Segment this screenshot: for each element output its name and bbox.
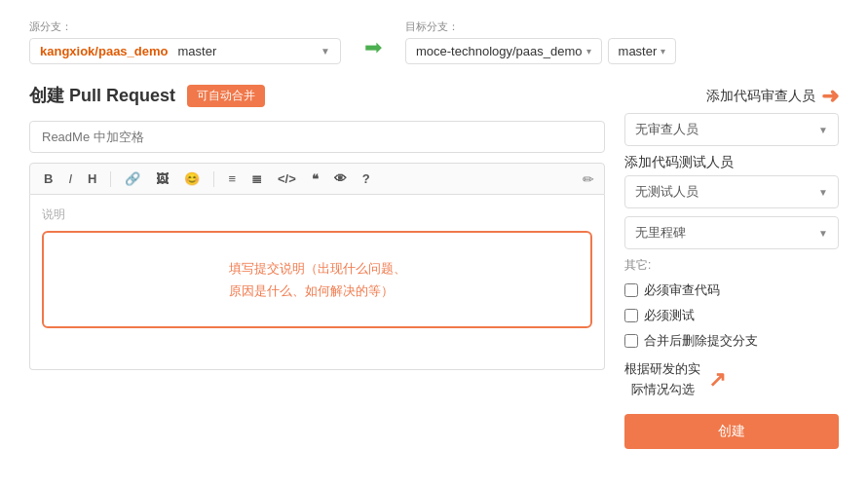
italic-button[interactable]: I	[64, 169, 76, 188]
annotation-reviewer-row: 添加代码审查人员 ➜	[624, 84, 839, 109]
desc-label: 说明	[42, 206, 592, 223]
source-branch-name: master	[178, 44, 217, 58]
checkbox-must-test-label: 必须测试	[644, 307, 695, 324]
milestone-dropdown-arrow: ▼	[818, 228, 828, 239]
checkbox-row-3: 合并后删除提交分支	[624, 332, 839, 350]
toolbar-sep2	[213, 171, 214, 187]
toolbar-sep1	[110, 171, 111, 187]
list-ul-button[interactable]: ≡	[224, 169, 240, 188]
reviewer-dropdown[interactable]: 无审查人员 ▼	[624, 113, 839, 146]
target-branch-label: 目标分支：	[405, 19, 676, 34]
checkbox-row-2: 必须测试	[624, 307, 839, 324]
bottom-annotation-arrow: ↗	[708, 367, 726, 393]
target-repo-arrow: ▾	[586, 46, 591, 56]
desc-hint-text: 填写提交说明（出现什么问题、原因是什么、如何解决的等）	[229, 257, 406, 303]
bold-button[interactable]: B	[40, 169, 57, 188]
source-branch-arrow: ▼	[321, 46, 330, 56]
checkbox-review-code[interactable]	[624, 283, 638, 297]
checkbox-delete-branch-label: 合并后删除提交分支	[644, 332, 758, 350]
page-title: 创建 Pull Request	[29, 84, 175, 107]
annotation-tester-row: 添加代码测试人员	[624, 154, 839, 171]
quote-button[interactable]: ❝	[308, 169, 322, 188]
editor-toolbar: B I H 🔗 🖼 😊 ≡ ≣ </> ❝ 👁 ? ✏	[29, 163, 605, 195]
pr-title-input[interactable]	[29, 121, 605, 153]
others-section: 其它: 必须审查代码 必须测试 合并后删除提交分支	[624, 257, 839, 350]
target-branch-name: master	[619, 44, 658, 58]
heading-button[interactable]: H	[84, 169, 100, 188]
checkbox-must-test[interactable]	[624, 309, 638, 322]
target-branch-arrow: ▾	[660, 46, 665, 56]
target-branch-selector[interactable]: master ▾	[608, 38, 677, 64]
target-repo-selector[interactable]: moce-technology/paas_demo ▾	[405, 38, 602, 64]
description-area[interactable]: 说明 填写提交说明（出现什么问题、原因是什么、如何解决的等）	[29, 195, 605, 370]
help-button[interactable]: ?	[359, 169, 374, 188]
create-button[interactable]: 创建	[624, 414, 839, 449]
reviewer-label: 无审查人员	[635, 121, 698, 138]
tester-dropdown[interactable]: 无测试人员 ▼	[624, 175, 839, 208]
checkbox-row-1: 必须审查代码	[624, 281, 839, 299]
source-branch-selector[interactable]: kangxiok/paas_demo master ▼	[29, 38, 341, 64]
tester-label: 无测试人员	[635, 183, 698, 201]
source-repo-name: kangxiok/paas_demo	[40, 44, 169, 58]
target-repo-name: moce-technology/paas_demo	[416, 44, 583, 58]
tester-dropdown-arrow: ▼	[818, 187, 828, 198]
list-ol-button[interactable]: ≣	[247, 169, 266, 188]
milestone-label: 无里程碑	[635, 224, 686, 242]
emoji-button[interactable]: 😊	[180, 169, 204, 188]
checkbox-review-code-label: 必须审查代码	[644, 281, 720, 299]
annotation-tester-text: 添加代码测试人员	[624, 154, 734, 171]
bottom-annotation-text: 根据研发的实际情况勾选	[624, 359, 700, 400]
edit-icon[interactable]: ✏	[583, 171, 594, 187]
preview-button[interactable]: 👁	[330, 169, 351, 188]
branch-direction-arrow: ➡	[364, 35, 382, 64]
link-button[interactable]: 🔗	[121, 169, 144, 188]
others-label: 其它:	[624, 257, 839, 274]
checkbox-delete-branch[interactable]	[624, 334, 638, 348]
desc-hint-box: 填写提交说明（出现什么问题、原因是什么、如何解决的等）	[42, 231, 592, 328]
code-button[interactable]: </>	[274, 169, 300, 188]
milestone-dropdown[interactable]: 无里程碑 ▼	[624, 216, 839, 249]
annotation-reviewer-arrow: ➜	[821, 84, 839, 109]
reviewer-dropdown-arrow: ▼	[818, 125, 828, 135]
image-button[interactable]: 🖼	[152, 169, 172, 188]
source-branch-label: 源分支：	[29, 19, 341, 34]
auto-merge-badge[interactable]: 可自动合并	[187, 85, 265, 107]
annotation-reviewer-text: 添加代码审查人员	[706, 88, 815, 105]
